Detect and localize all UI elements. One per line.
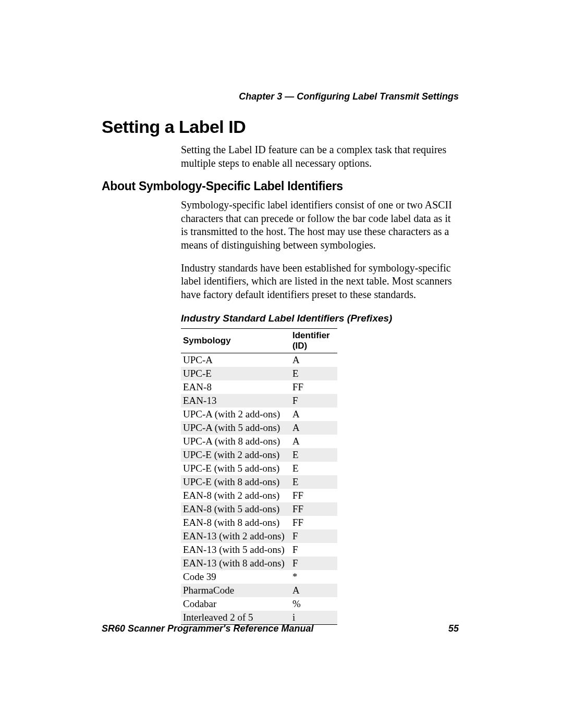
table-row: UPC-A (with 8 add-ons)A (181, 435, 337, 448)
cell-identifier: E (290, 448, 337, 462)
cell-identifier: FF (290, 380, 337, 394)
cell-symbology: EAN-13 (with 2 add-ons) (181, 529, 290, 543)
table-row: EAN-13 (with 5 add-ons)F (181, 543, 337, 557)
table-header-row: Symbology Identifier (ID) (181, 329, 337, 353)
table-row: EAN-8 (with 5 add-ons)FF (181, 502, 337, 516)
cell-symbology: EAN-8 (with 2 add-ons) (181, 489, 290, 502)
body-block: Setting the Label ID feature can be a co… (181, 143, 459, 170)
cell-symbology: EAN-13 (with 5 add-ons) (181, 543, 290, 557)
footer-page-number: 55 (448, 623, 459, 634)
col-header-symbology: Symbology (181, 329, 290, 353)
cell-identifier: FF (290, 489, 337, 502)
cell-symbology: EAN-8 (with 8 add-ons) (181, 516, 290, 529)
page-footer: SR60 Scanner Programmer's Reference Manu… (102, 623, 459, 634)
table-row: EAN-8FF (181, 380, 337, 394)
table-row: EAN-13F (181, 394, 337, 408)
cell-identifier: E (290, 462, 337, 475)
cell-symbology: UPC-A (181, 353, 290, 367)
cell-symbology: UPC-E (with 2 add-ons) (181, 448, 290, 462)
cell-identifier: % (290, 597, 337, 611)
table-row: EAN-8 (with 2 add-ons)FF (181, 489, 337, 502)
table-row: UPC-EE (181, 367, 337, 380)
section-heading: About Symbology-Specific Label Identifie… (102, 179, 459, 193)
table-row: Code 39* (181, 570, 337, 584)
col-header-identifier: Identifier (ID) (290, 329, 337, 353)
intro-paragraph: Setting the Label ID feature can be a co… (181, 143, 459, 170)
body-block: Symbology-specific label identifiers con… (181, 199, 459, 625)
cell-symbology: UPC-A (with 8 add-ons) (181, 435, 290, 448)
table-row: UPC-A (with 2 add-ons)A (181, 408, 337, 421)
cell-identifier: F (290, 394, 337, 408)
cell-identifier: A (290, 421, 337, 435)
cell-identifier: FF (290, 516, 337, 529)
cell-symbology: UPC-E (with 8 add-ons) (181, 475, 290, 489)
cell-identifier: A (290, 353, 337, 367)
cell-symbology: EAN-13 (with 8 add-ons) (181, 557, 290, 570)
identifier-table: Symbology Identifier (ID) UPC-AAUPC-EEEA… (181, 328, 337, 625)
table-row: UPC-E (with 5 add-ons)E (181, 462, 337, 475)
cell-identifier: A (290, 408, 337, 421)
table-row: Interleaved 2 of 5i (181, 611, 337, 625)
cell-identifier: i (290, 611, 337, 625)
cell-symbology: UPC-A (with 2 add-ons) (181, 408, 290, 421)
cell-symbology: Code 39 (181, 570, 290, 584)
footer-manual-title: SR60 Scanner Programmer's Reference Manu… (102, 623, 313, 634)
cell-symbology: EAN-8 (181, 380, 290, 394)
cell-symbology: Interleaved 2 of 5 (181, 611, 290, 625)
paragraph: Symbology-specific label identifiers con… (181, 199, 459, 252)
cell-identifier: E (290, 367, 337, 380)
cell-symbology: UPC-A (with 5 add-ons) (181, 421, 290, 435)
page-title: Setting a Label ID (102, 117, 459, 137)
cell-symbology: EAN-13 (181, 394, 290, 408)
table-row: EAN-8 (with 8 add-ons)FF (181, 516, 337, 529)
table-row: Codabar% (181, 597, 337, 611)
cell-identifier: F (290, 529, 337, 543)
chapter-header: Chapter 3 — Configuring Label Transmit S… (102, 91, 459, 102)
cell-identifier: F (290, 543, 337, 557)
cell-identifier: E (290, 475, 337, 489)
page: Chapter 3 — Configuring Label Transmit S… (0, 0, 563, 728)
cell-symbology: EAN-8 (with 5 add-ons) (181, 502, 290, 516)
cell-identifier: A (290, 435, 337, 448)
cell-identifier: A (290, 584, 337, 597)
table-caption: Industry Standard Label Identifiers (Pre… (181, 313, 459, 324)
cell-identifier: F (290, 557, 337, 570)
table-row: EAN-13 (with 8 add-ons)F (181, 557, 337, 570)
table-row: UPC-A (with 5 add-ons)A (181, 421, 337, 435)
cell-identifier: * (290, 570, 337, 584)
table-row: PharmaCodeA (181, 584, 337, 597)
paragraph: Industry standards have been established… (181, 262, 459, 302)
table-row: EAN-13 (with 2 add-ons)F (181, 529, 337, 543)
cell-identifier: FF (290, 502, 337, 516)
table-row: UPC-AA (181, 353, 337, 367)
cell-symbology: PharmaCode (181, 584, 290, 597)
cell-symbology: UPC-E (181, 367, 290, 380)
table-row: UPC-E (with 8 add-ons)E (181, 475, 337, 489)
cell-symbology: UPC-E (with 5 add-ons) (181, 462, 290, 475)
table-row: UPC-E (with 2 add-ons)E (181, 448, 337, 462)
cell-symbology: Codabar (181, 597, 290, 611)
